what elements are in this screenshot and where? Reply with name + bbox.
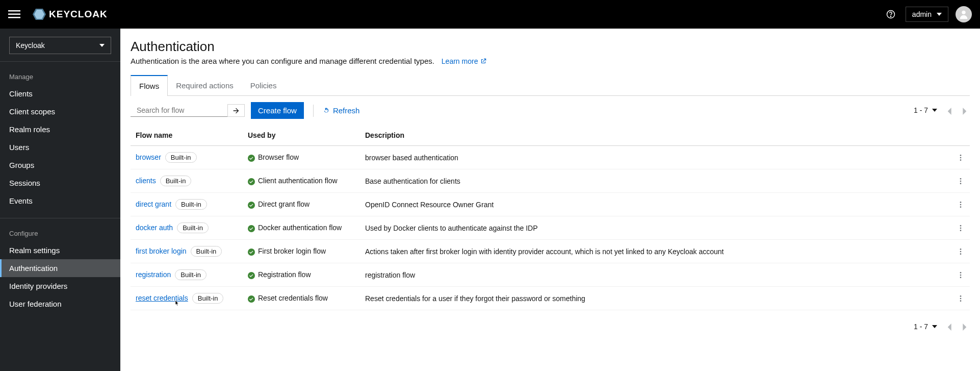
kebab-icon bbox=[957, 177, 965, 185]
sidebar-item-realm-roles[interactable]: Realm roles bbox=[0, 120, 120, 138]
hamburger-icon[interactable] bbox=[8, 8, 20, 20]
flow-description: Actions taken after first broker login w… bbox=[365, 248, 724, 256]
chevron-down-icon bbox=[99, 43, 105, 48]
builtin-badge: Built-in bbox=[165, 152, 197, 163]
brand-mark-icon bbox=[33, 9, 46, 20]
sidebar-item-sessions[interactable]: Sessions bbox=[0, 174, 120, 192]
pager-prev[interactable] bbox=[944, 104, 953, 116]
flow-description: Base authentication for clients bbox=[365, 177, 460, 185]
flow-name-link[interactable]: clients bbox=[136, 177, 156, 185]
svg-point-7 bbox=[962, 11, 965, 14]
pager-top: 1 - 7 bbox=[914, 104, 970, 116]
svg-point-15 bbox=[960, 183, 962, 184]
svg-point-13 bbox=[960, 178, 962, 180]
create-flow-button[interactable]: Create flow bbox=[251, 102, 304, 119]
flow-description: Used by Docker clients to authenticate a… bbox=[365, 224, 538, 232]
flow-name-link[interactable]: browser bbox=[136, 153, 161, 161]
flow-description: Reset credentials for a user if they for… bbox=[365, 294, 585, 303]
sidebar-item-realm-settings[interactable]: Realm settings bbox=[0, 241, 120, 259]
check-circle-icon bbox=[248, 202, 255, 209]
check-circle-icon bbox=[248, 249, 255, 256]
realm-selected-label: Keycloak bbox=[16, 41, 45, 50]
chevron-left-icon bbox=[946, 108, 951, 115]
learn-more-link[interactable]: Learn more bbox=[442, 57, 487, 65]
svg-point-21 bbox=[960, 225, 962, 227]
row-actions-button[interactable] bbox=[957, 200, 965, 208]
table-row: reset credentialsBuilt-inReset credentia… bbox=[131, 287, 970, 310]
svg-point-11 bbox=[960, 159, 962, 161]
svg-point-10 bbox=[960, 157, 962, 159]
tab-required-actions[interactable]: Required actions bbox=[168, 75, 242, 95]
svg-point-14 bbox=[960, 181, 962, 182]
flows-table: Flow name Used by Description browserBui… bbox=[131, 125, 970, 310]
svg-point-29 bbox=[960, 272, 962, 274]
sidebar-item-authentication[interactable]: Authentication bbox=[0, 259, 120, 277]
svg-point-19 bbox=[960, 206, 962, 208]
external-link-icon bbox=[480, 58, 487, 65]
row-actions-button[interactable] bbox=[957, 247, 965, 255]
tabs: Flows Required actions Policies bbox=[131, 75, 970, 96]
builtin-badge: Built-in bbox=[191, 246, 222, 257]
pager-range-label: 1 - 7 bbox=[914, 106, 928, 114]
sidebar-item-groups[interactable]: Groups bbox=[0, 156, 120, 174]
th-description: Description bbox=[360, 125, 949, 146]
kebab-icon bbox=[957, 248, 965, 256]
sidebar-section-manage: Manage bbox=[0, 67, 120, 85]
pager-prev-bottom[interactable] bbox=[944, 320, 953, 333]
kebab-icon bbox=[957, 224, 965, 232]
row-actions-button[interactable] bbox=[957, 224, 965, 232]
learn-more-label: Learn more bbox=[442, 57, 478, 65]
sidebar-item-clients[interactable]: Clients bbox=[0, 85, 120, 103]
sidebar-item-user-federation[interactable]: User federation bbox=[0, 295, 120, 313]
svg-point-9 bbox=[960, 155, 962, 156]
row-actions-button[interactable] bbox=[957, 270, 965, 279]
chevron-right-icon bbox=[963, 108, 968, 115]
flow-name-link[interactable]: docker auth bbox=[136, 224, 173, 232]
brand-logo[interactable]: KEYCLOAK bbox=[33, 9, 108, 20]
table-row: clientsBuilt-inClient authentication flo… bbox=[131, 169, 970, 193]
th-flow-name: Flow name bbox=[131, 125, 243, 146]
svg-point-6 bbox=[890, 16, 891, 17]
flow-name-link[interactable]: first broker login bbox=[136, 247, 187, 255]
row-actions-button[interactable] bbox=[957, 177, 965, 185]
used-by-label: Browser flow bbox=[258, 153, 299, 161]
check-circle-icon bbox=[248, 295, 255, 303]
tab-policies[interactable]: Policies bbox=[242, 75, 286, 95]
svg-point-33 bbox=[960, 295, 962, 297]
pager-range-bottom[interactable]: 1 - 7 bbox=[914, 323, 937, 331]
sidebar-item-events[interactable]: Events bbox=[0, 192, 120, 210]
row-actions-button[interactable] bbox=[957, 294, 965, 302]
page-title: Authentication bbox=[131, 39, 970, 55]
builtin-badge: Built-in bbox=[192, 293, 224, 304]
svg-point-30 bbox=[960, 275, 962, 276]
flow-name-link[interactable]: registration bbox=[136, 270, 171, 279]
kebab-icon bbox=[957, 294, 965, 303]
builtin-badge: Built-in bbox=[175, 269, 207, 280]
svg-point-17 bbox=[960, 202, 962, 203]
avatar[interactable] bbox=[956, 6, 972, 22]
user-menu[interactable]: admin bbox=[906, 7, 948, 22]
row-actions-button[interactable] bbox=[957, 153, 965, 161]
user-menu-label: admin bbox=[912, 10, 932, 18]
tab-flows[interactable]: Flows bbox=[131, 75, 168, 96]
svg-point-18 bbox=[960, 204, 962, 206]
flow-name-link[interactable]: direct grant bbox=[136, 200, 171, 208]
sidebar: Keycloak Manage Clients Client scopes Re… bbox=[0, 29, 120, 371]
realm-selector[interactable]: Keycloak bbox=[9, 37, 111, 54]
pager-next-bottom[interactable] bbox=[961, 320, 970, 333]
pager-range[interactable]: 1 - 7 bbox=[914, 106, 937, 114]
sidebar-item-users[interactable]: Users bbox=[0, 138, 120, 156]
used-by-label: First broker login flow bbox=[258, 247, 326, 255]
pager-next[interactable] bbox=[961, 104, 970, 116]
table-row: first broker loginBuilt-inFirst broker l… bbox=[131, 240, 970, 263]
search-submit-button[interactable] bbox=[227, 104, 245, 117]
sidebar-item-client-scopes[interactable]: Client scopes bbox=[0, 103, 120, 120]
flow-description: browser based authentication bbox=[365, 154, 458, 162]
search-input[interactable] bbox=[137, 106, 226, 114]
chevron-left-icon bbox=[946, 324, 951, 331]
help-icon[interactable] bbox=[886, 10, 895, 19]
page-description-row: Authentication is the area where you can… bbox=[131, 57, 970, 65]
svg-point-35 bbox=[960, 300, 962, 302]
sidebar-item-identity-providers[interactable]: Identity providers bbox=[0, 277, 120, 295]
refresh-button[interactable]: Refresh bbox=[323, 106, 360, 115]
